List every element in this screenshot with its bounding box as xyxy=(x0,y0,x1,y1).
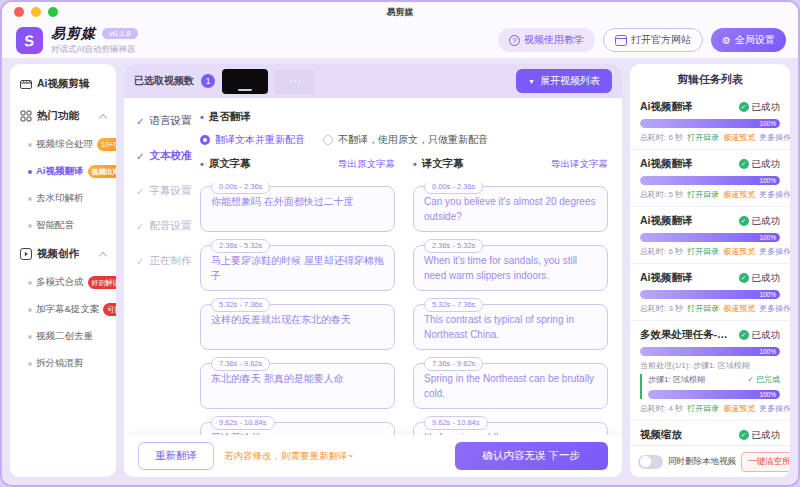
selected-videos-bar: 已选取视频数 1 ⋯ ▼ 展开视频列表 xyxy=(124,64,622,98)
source-subtitle-cell[interactable]: 2.36s - 5.32s马上要穿凉鞋的时候 屋里却还得穿棉拖子 xyxy=(200,245,395,291)
subtitle-list[interactable]: 0.00s - 2.36s你能想象吗 在外面都快过二十度 0.00s - 2.3… xyxy=(200,183,608,435)
target-subtitle-header: • 译文字幕 导出译文字幕 xyxy=(413,157,608,171)
sidebar-item-video-dedup[interactable]: 视频二创去重 xyxy=(18,323,108,350)
success-check-icon: ✓ xyxy=(739,430,749,440)
check-icon: ✓ xyxy=(136,221,144,232)
bullet-icon: • xyxy=(200,111,204,123)
confirm-next-step-button[interactable]: 确认内容无误 下一步 xyxy=(455,442,608,470)
feature-badge: 视频出海 xyxy=(88,165,117,178)
sidebar-item-watermark-removal[interactable]: 去水印解析 xyxy=(18,185,108,212)
task-name: Ai视频翻译 xyxy=(640,214,693,228)
progress-bar: 100% xyxy=(640,347,780,356)
sidebar-item-multi-mode-composition[interactable]: 多模式合成 好剧解说 xyxy=(18,269,108,296)
current-step-label: 当前处理(1/1): 步骤1: 区域模糊 xyxy=(640,360,780,371)
more-actions-link[interactable]: 更多操作∨ xyxy=(759,132,790,143)
official-website-button[interactable]: 打开官方网站 xyxy=(603,28,703,52)
clear-all-tasks-button[interactable]: 一键清空所有任务 xyxy=(741,452,790,472)
source-subtitle-cell[interactable]: 7.36s - 9.62s东北的春天 那真的是能要人命 xyxy=(200,363,395,409)
open-directory-link[interactable]: 打开目录 xyxy=(687,303,719,314)
target-subtitle-cell[interactable]: 0.00s - 2.36sCan you believe it's almost… xyxy=(413,186,608,232)
selected-count-badge: 1 xyxy=(201,74,215,88)
check-icon: ✓ xyxy=(747,375,754,384)
quick-preview-link[interactable]: 极速预览 xyxy=(723,132,755,143)
more-actions-link[interactable]: 更多操作∨ xyxy=(759,403,790,414)
sidebar-item-shot-split-remix[interactable]: 拆分镜混剪 xyxy=(18,350,108,377)
step-subtitle-settings[interactable]: ✓字幕设置 xyxy=(136,184,194,198)
check-icon: ✓ xyxy=(136,116,144,127)
task-panel: 剪辑任务列表 Ai视频翻译 ✓已成功 100% 总耗时: 6 秒 打开目录极速预… xyxy=(630,64,790,477)
translate-question-label: • 是否翻译 xyxy=(200,110,608,124)
sidebar-item-ai-video-translate[interactable]: Ai视频翻译 视频出海 xyxy=(18,158,108,185)
export-source-link[interactable]: 导出原文字幕 xyxy=(338,158,395,171)
time-range-badge: 5.32s - 7.36s xyxy=(211,298,270,312)
sidebar-section-hot-features[interactable]: 热门功能 xyxy=(18,101,108,131)
open-directory-link[interactable]: 打开目录 xyxy=(687,189,719,200)
export-target-link[interactable]: 导出译文字幕 xyxy=(551,158,608,171)
source-subtitle-cell[interactable]: 5.32s - 7.36s这样的反差就出现在东北的春天 xyxy=(200,304,395,350)
bullet-dot xyxy=(28,308,32,312)
time-range-badge: 0.00s - 2.36s xyxy=(424,183,483,194)
sidebar-item-video-processing[interactable]: 视频综合处理 10+功能 xyxy=(18,131,108,158)
open-directory-link[interactable]: 打开目录 xyxy=(687,246,719,257)
quick-preview-link[interactable]: 极速预览 xyxy=(723,303,755,314)
target-subtitle-cell[interactable]: 7.36s - 9.62sSpring in the Northeast can… xyxy=(413,363,608,409)
source-subtitle-cell[interactable]: 0.00s - 2.36s你能想象吗 在外面都快过二十度 xyxy=(200,186,395,232)
feature-badge: 10+功能 xyxy=(97,138,116,151)
quick-preview-link[interactable]: 极速预览 xyxy=(723,189,755,200)
success-check-icon: ✓ xyxy=(739,273,749,283)
quick-preview-link[interactable]: 极速预览 xyxy=(723,403,755,414)
radio-icon xyxy=(200,135,210,145)
target-subtitle-cell[interactable]: 5.32s - 7.36sThis contrast is typical of… xyxy=(413,304,608,350)
open-directory-link[interactable]: 打开目录 xyxy=(687,403,719,414)
selected-count-label: 已选取视频数 xyxy=(134,74,194,88)
step-language-settings[interactable]: ✓语言设置 xyxy=(136,114,194,128)
task-duration: 总耗时: 4 秒 xyxy=(640,403,683,414)
app-header: S 易剪媒 v0.1.8 对话式AI自动剪辑神器 ? 视频使用教学 打开官方网站… xyxy=(2,22,798,58)
radio-translate-and-redub[interactable]: 翻译文本并重新配音 xyxy=(200,133,305,147)
task-status: ✓已成功 xyxy=(739,329,781,342)
sidebar-item-ai-video-edit[interactable]: Ai视频剪辑 xyxy=(18,74,108,101)
app-window: 易剪媒 S 易剪媒 v0.1.8 对话式AI自动剪辑神器 ? 视频使用教学 打开… xyxy=(0,0,800,487)
task-card: Ai视频翻译 ✓已成功 100% 总耗时: 6 秒 打开目录极速预览更多操作∨ xyxy=(630,207,790,264)
quick-preview-link[interactable]: 极速预览 xyxy=(723,246,755,257)
retranslate-notice: 若内容修改，则需要重新翻译~ xyxy=(224,450,353,463)
video-thumbnail[interactable] xyxy=(222,69,268,94)
global-settings-button[interactable]: ⚙ 全局设置 xyxy=(711,28,786,52)
bullet-icon: • xyxy=(413,158,417,170)
time-range-badge: 2.36s - 5.32s xyxy=(424,239,483,253)
task-card: Ai视频翻译 ✓已成功 100% 总耗时: 3 秒 打开目录极速预览更多操作∨ xyxy=(630,264,790,321)
task-status: ✓已成功 xyxy=(739,215,781,228)
more-actions-link[interactable]: 更多操作∨ xyxy=(759,246,790,257)
step-dubbing-settings[interactable]: ✓配音设置 xyxy=(136,219,194,233)
retranslate-button[interactable]: 重新翻译 xyxy=(138,442,214,470)
expand-video-list-button[interactable]: ▼ 展开视频列表 xyxy=(516,69,612,93)
task-name: 多效果处理任务-东北的春天... xyxy=(640,328,735,342)
time-range-badge: 9.62s - 10.84s xyxy=(424,416,488,430)
sidebar-item-add-subtitles[interactable]: 加字幕&提文案 可批量 xyxy=(18,296,108,323)
source-subtitle-cell[interactable]: 9.62s - 10.84s死冷死冷的 xyxy=(200,422,395,435)
bullet-dot xyxy=(28,197,32,201)
tutorial-button[interactable]: ? 视频使用教学 xyxy=(498,28,595,52)
task-duration: 总耗时: 5 秒 xyxy=(640,189,683,200)
sub-step-name: 步骤1: 区域模糊 xyxy=(648,374,705,385)
progress-value: 100% xyxy=(640,119,780,128)
radio-no-translate[interactable]: 不翻译，使用原文，只做重新配音 xyxy=(323,133,488,147)
task-list[interactable]: Ai视频翻译 ✓已成功 100% 总耗时: 6 秒 打开目录极速预览更多操作∨ … xyxy=(630,93,790,445)
more-videos-indicator[interactable]: ⋯ xyxy=(275,69,315,94)
delete-local-video-toggle[interactable] xyxy=(638,455,663,469)
success-check-icon: ✓ xyxy=(739,216,749,226)
sidebar-section-video-creation[interactable]: 视频创作 xyxy=(18,239,108,269)
more-actions-link[interactable]: 更多操作∨ xyxy=(759,189,790,200)
target-subtitle-cell[interactable]: 9.62s - 10.84sIt's freezing cold! xyxy=(413,422,608,435)
task-duration: 总耗时: 3 秒 xyxy=(640,303,683,314)
more-actions-link[interactable]: 更多操作∨ xyxy=(759,303,790,314)
source-subtitle-header: • 原文字幕 导出原文字幕 xyxy=(200,157,395,171)
sidebar-item-smart-dubbing[interactable]: 智能配音 xyxy=(18,212,108,239)
target-subtitle-cell[interactable]: 2.36s - 5.32sWhen it's time for sandals,… xyxy=(413,245,608,291)
step-text-proofread[interactable]: ✓文本校准 xyxy=(136,149,194,163)
bullet-dot xyxy=(28,224,32,228)
open-directory-link[interactable]: 打开目录 xyxy=(687,132,719,143)
chevron-down-icon: ▼ xyxy=(528,78,535,85)
step-producing[interactable]: ✓正在制作 xyxy=(136,254,194,268)
question-icon: ? xyxy=(509,35,520,46)
